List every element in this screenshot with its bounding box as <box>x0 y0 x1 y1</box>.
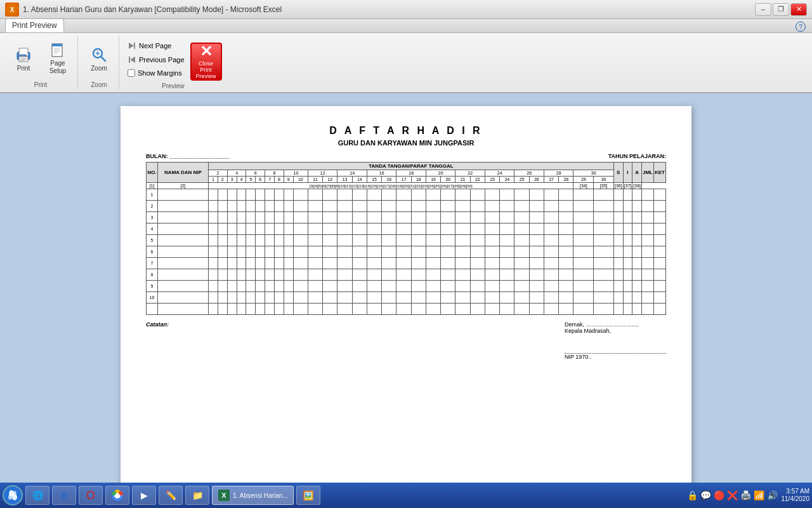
doc-subtitle: GURU DAN KARYAWAN MIN JUNGPASIR <box>146 139 666 147</box>
close-print-preview-button[interactable]: ✕ Close Print Preview <box>190 43 222 81</box>
taskbar-media[interactable]: ▶ <box>132 486 156 505</box>
table-row: 3 <box>147 212 666 224</box>
minimize-button[interactable]: − <box>755 3 771 16</box>
prev-page-label: Previous Page <box>139 56 185 64</box>
page-setup-label: Page Setup <box>49 60 66 75</box>
print-group-content: Print Page Setup <box>8 37 74 80</box>
tray-icon-7: 🔊 <box>767 490 778 500</box>
table-row: 8 <box>147 269 666 281</box>
next-page-icon <box>128 41 136 50</box>
taskbar-excel[interactable]: X 1. Absensi Harian... <box>212 486 294 505</box>
zoom-label: Zoom <box>91 65 107 72</box>
svg-text:X: X <box>221 491 226 499</box>
tray-icon-1: 🔒 <box>687 490 698 500</box>
doc-meta: BULAN: ___________________ TAHUN PELAJAR… <box>146 153 666 159</box>
start-button[interactable] <box>3 485 23 505</box>
tray-icon-5: 🖨️ <box>740 490 751 500</box>
col-s-header: S <box>613 163 623 183</box>
taskbar-opera[interactable]: O <box>79 486 103 505</box>
chrome-icon <box>111 489 124 502</box>
table-row: 1 <box>147 189 666 201</box>
taskbar-left: 🌐 e O ▶ ✏️ <box>3 485 320 505</box>
zoom-button[interactable]: Zoom <box>83 39 115 77</box>
excel-icon: X <box>218 489 230 502</box>
svg-rect-7 <box>20 60 25 61</box>
footer-nip: NIP 1970.. <box>565 354 666 360</box>
title-text: 1. Absensi Harian Guru dan Karyawan [Com… <box>23 5 282 14</box>
table-row: 4 <box>147 224 666 235</box>
browser2-icon: e <box>58 489 70 502</box>
col-name-header: NAMA DAN NIP <box>158 163 209 183</box>
print-label: Print <box>17 65 30 72</box>
svg-point-26 <box>12 494 17 500</box>
taskbar-editor[interactable]: ✏️ <box>159 486 183 505</box>
svg-rect-6 <box>20 59 27 60</box>
tray-icon-2: 💬 <box>700 490 711 500</box>
table-row: 10 <box>147 292 666 304</box>
preview-group-content: Next Page Previous Page Show Margins ✕ C… <box>124 37 222 81</box>
ribbon-group-zoom: Zoom Zoom <box>79 36 119 90</box>
tab-print-preview[interactable]: Print Preview <box>5 18 64 32</box>
tray-icon-6: 📶 <box>754 490 764 500</box>
table-row: 7 <box>147 258 666 269</box>
table-row: 6 <box>147 246 666 258</box>
page-setup-button[interactable]: Page Setup <box>42 39 74 77</box>
restore-button[interactable]: ❐ <box>773 3 789 16</box>
close-button[interactable]: ✕ <box>790 3 807 16</box>
taskbar-browser2[interactable]: e <box>52 486 76 505</box>
svg-marker-18 <box>129 43 134 49</box>
media-icon: ▶ <box>138 489 150 502</box>
prev-page-button[interactable]: Previous Page <box>124 53 188 66</box>
excel-taskbar-label: 1. Absensi Harian... <box>233 492 288 499</box>
clock-date: 11/4/2020 <box>782 495 810 503</box>
extra-icon: 🖼️ <box>302 489 315 502</box>
opera-icon: O <box>84 489 97 502</box>
svg-point-8 <box>27 54 29 56</box>
taskbar-right: 🔒 💬 🔴 ❌ 🖨️ 📶 🔊 3:57 AM 11/4/2020 <box>687 488 810 503</box>
show-margins-checkbox[interactable] <box>128 69 135 77</box>
close-preview-label: Close Print Preview <box>194 60 218 79</box>
paper: D A F T A R H A D I R GURU DAN KARYAWAN … <box>121 106 691 487</box>
print-button[interactable]: Print <box>8 39 39 77</box>
office-icon: X <box>5 3 19 17</box>
tanda-tangan-header: TANDA TANGAN/PARAF TANGGAL <box>209 163 614 170</box>
footer-city: Demak, ………………………. <box>565 321 666 328</box>
table-row: 9 <box>147 281 666 292</box>
svg-point-29 <box>115 493 120 498</box>
taskbar-ie[interactable]: 🌐 <box>25 486 49 505</box>
ribbon-group-print: Print Page Setup Print <box>4 36 78 90</box>
doc-title: D A F T A R H A D I R <box>146 125 666 137</box>
help-icon[interactable]: ? <box>796 22 806 32</box>
footer-notes: Catatan: <box>146 321 169 360</box>
close-preview-icon: ✕ <box>200 44 213 59</box>
col-a-header: A <box>632 163 642 183</box>
ribbon-toolbar: Print Page Setup Print <box>0 33 812 93</box>
ribbon-tabs: Print Preview ? <box>0 19 812 33</box>
clock-time: 3:57 AM <box>782 488 810 495</box>
system-tray: 🔒 💬 🔴 ❌ 🖨️ 📶 🔊 <box>687 490 778 500</box>
preview-group-label: Preview <box>162 81 185 90</box>
attendance-table: NO. NAMA DAN NIP TANDA TANGAN/PARAF TANG… <box>146 162 666 315</box>
zoom-icon <box>89 44 109 65</box>
zoom-group-label: Zoom <box>91 80 107 88</box>
taskbar-chrome[interactable] <box>105 486 129 505</box>
taskbar-files[interactable]: 📁 <box>185 486 209 505</box>
files-icon: 📁 <box>191 489 204 502</box>
col-ket-header: KET <box>654 163 666 183</box>
footer-title: Kepala Madrasah, <box>565 328 666 334</box>
page-setup-icon <box>48 42 68 60</box>
preview-area: D A F T A R H A D I R GURU DAN KARYAWAN … <box>0 93 812 491</box>
ribbon-group-preview: Next Page Previous Page Show Margins ✕ C… <box>121 36 226 90</box>
clock-display: 3:57 AM 11/4/2020 <box>782 488 810 503</box>
show-margins-label: Show Margins <box>138 69 182 77</box>
svg-rect-10 <box>52 44 62 46</box>
taskbar-extra[interactable]: 🖼️ <box>296 486 320 505</box>
table-row: 2 <box>147 201 666 212</box>
ie-icon: 🌐 <box>31 489 44 502</box>
show-margins-button[interactable]: Show Margins <box>124 67 188 79</box>
preview-small-buttons: Next Page Previous Page Show Margins <box>124 37 188 81</box>
svg-rect-5 <box>20 58 27 58</box>
svg-line-15 <box>101 57 105 61</box>
next-page-button[interactable]: Next Page <box>124 39 188 52</box>
col-no-header: NO. <box>147 163 158 183</box>
